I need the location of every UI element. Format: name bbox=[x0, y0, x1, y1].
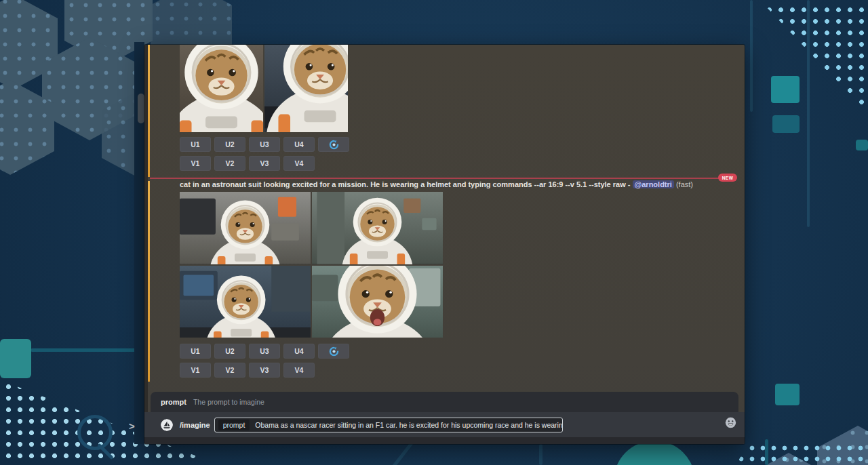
variation-button-v1[interactable]: V1 bbox=[180, 363, 211, 378]
circuit-line-teal bbox=[765, 439, 768, 465]
dot-grid-bottom-strip bbox=[736, 443, 868, 465]
variation-button-v4[interactable]: V4 bbox=[283, 363, 315, 378]
upscale-button-u3[interactable]: U3 bbox=[249, 344, 280, 359]
generated-image[interactable] bbox=[180, 192, 311, 264]
variation-button-v3[interactable]: V3 bbox=[249, 156, 280, 171]
teal-square bbox=[771, 76, 800, 103]
teal-square bbox=[772, 115, 800, 133]
generated-image[interactable] bbox=[264, 45, 348, 132]
chevron-right-icon[interactable]: > bbox=[129, 420, 135, 432]
circuit-line bbox=[807, 0, 810, 227]
circular-arrows-icon bbox=[329, 346, 339, 357]
generated-image[interactable] bbox=[312, 192, 443, 264]
reroll-button[interactable] bbox=[318, 344, 349, 359]
upscale-button-u4[interactable]: U4 bbox=[283, 137, 315, 152]
variation-button-v2[interactable]: V2 bbox=[214, 363, 245, 378]
circuit-line bbox=[750, 0, 753, 112]
teal-circle bbox=[614, 441, 695, 465]
variation-button-v3[interactable]: V3 bbox=[249, 363, 280, 378]
magnifying-glass-icon bbox=[77, 415, 113, 450]
prompt-option-chip: prompt bbox=[218, 420, 250, 430]
variation-button-v1[interactable]: V1 bbox=[180, 156, 211, 171]
emoji-picker-button[interactable] bbox=[725, 417, 736, 428]
upscale-button-u1[interactable]: U1 bbox=[180, 137, 211, 152]
prompt-message-text: cat in an astronaut suit looking excited… bbox=[180, 180, 722, 188]
autocomplete-option-description: The prompt to imagine bbox=[193, 398, 264, 406]
midjourney-avatar-icon bbox=[161, 419, 173, 431]
generated-image[interactable] bbox=[312, 266, 443, 338]
message-input-bar: /imagine prompt Obama as a nascar racer … bbox=[144, 412, 745, 437]
imagine-command-label: /imagine bbox=[180, 421, 210, 429]
midjourney-image-grid-partial[interactable] bbox=[180, 45, 348, 132]
upscale-button-u2[interactable]: U2 bbox=[214, 137, 245, 152]
upscale-button-u2[interactable]: U2 bbox=[214, 344, 245, 359]
new-messages-divider bbox=[150, 178, 726, 179]
variation-button-v2[interactable]: V2 bbox=[214, 156, 245, 171]
scrollbar-thumb[interactable] bbox=[138, 94, 144, 123]
generated-image[interactable] bbox=[180, 266, 311, 338]
mention-accent-bar bbox=[148, 45, 150, 177]
prompt-option-input[interactable]: prompt Obama as a nascar racer sitting i… bbox=[214, 418, 563, 432]
autocomplete-option-name: prompt bbox=[161, 398, 186, 406]
variation-button-v4[interactable]: V4 bbox=[283, 156, 315, 171]
upscale-button-u3[interactable]: U3 bbox=[249, 137, 280, 152]
reroll-button[interactable] bbox=[318, 137, 349, 152]
window-footer-strip bbox=[144, 437, 745, 444]
teal-square bbox=[856, 140, 868, 150]
generated-image[interactable] bbox=[180, 45, 263, 132]
discord-window: U1 U2 U3 U4 V1 V2 V3 V4 NEW cat in an as… bbox=[144, 45, 745, 444]
fast-mode-label: (fast) bbox=[676, 180, 693, 188]
upscale-button-u1[interactable]: U1 bbox=[180, 344, 211, 359]
mention-accent-bar bbox=[148, 181, 150, 382]
circuit-line bbox=[539, 444, 542, 465]
circular-arrows-icon bbox=[329, 140, 339, 150]
prompt-text: cat in an astronaut suit looking excited… bbox=[180, 180, 630, 188]
slash-command-autocomplete[interactable]: prompt The prompt to imagine bbox=[151, 392, 738, 412]
teal-square bbox=[775, 384, 800, 405]
prompt-input-value: Obama as a nascar racer sitting in an F1… bbox=[255, 421, 562, 429]
user-mention[interactable]: @arnoldtri bbox=[633, 180, 674, 188]
upscale-button-u4[interactable]: U4 bbox=[283, 344, 315, 359]
teal-square bbox=[0, 339, 31, 378]
midjourney-image-grid[interactable] bbox=[180, 192, 443, 338]
